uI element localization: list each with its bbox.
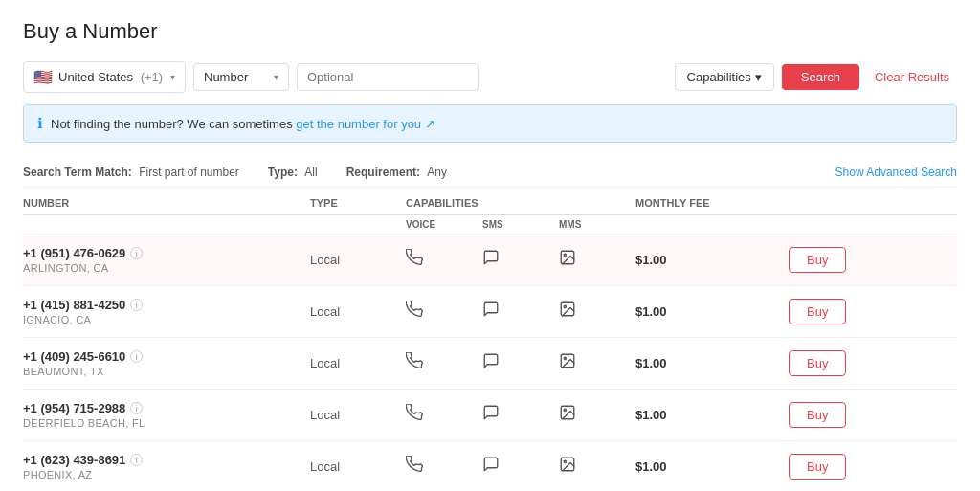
phone-number: +1 (951) 476-0629 xyxy=(23,246,125,260)
search-term-match: Search Term Match: First part of number xyxy=(23,166,239,179)
capabilities-col-header: CAPABILITIES xyxy=(406,197,635,209)
table-row: +1 (951) 476-0629 i ARLINGTON, CA Local … xyxy=(23,234,957,286)
table-row: +1 (415) 881-4250 i IGNACIO, CA Local $1… xyxy=(23,286,957,338)
buy-button[interactable]: Buy xyxy=(789,247,846,273)
table-row: +1 (623) 439-8691 i PHOENIX, AZ Local $1… xyxy=(23,441,957,491)
numbers-list: +1 (951) 476-0629 i ARLINGTON, CA Local … xyxy=(23,234,957,491)
location: DEERFIELD BEACH, FL xyxy=(23,417,310,429)
voice-cell xyxy=(406,404,482,426)
search-button[interactable]: Search xyxy=(782,64,859,90)
fee-cell: $1.00 xyxy=(635,459,789,474)
type-cell: Local xyxy=(310,253,406,267)
sms-sub-header: SMS xyxy=(482,219,559,230)
buy-button[interactable]: Buy xyxy=(789,454,846,480)
info-text: Not finding the number? We can sometimes… xyxy=(51,117,435,131)
buy-cell: Buy xyxy=(789,350,884,376)
table-header: NUMBER TYPE CAPABILITIES MONTHLY FEE xyxy=(23,191,957,215)
optional-input[interactable] xyxy=(297,63,479,91)
location: PHOENIX, AZ xyxy=(23,469,310,480)
location: BEAUMONT, TX xyxy=(23,366,310,377)
info-badge[interactable]: i xyxy=(130,350,143,363)
svg-point-7 xyxy=(564,409,566,411)
number-cell: +1 (951) 476-0629 i ARLINGTON, CA xyxy=(23,246,310,274)
voice-sub-header: VOICE xyxy=(406,219,482,230)
mms-sub-header: MMS xyxy=(559,219,635,230)
svg-point-9 xyxy=(564,460,566,462)
requirement-filter: Requirement: Any xyxy=(346,166,447,179)
sms-cell xyxy=(482,352,559,374)
sms-cell xyxy=(482,456,559,478)
location: IGNACIO, CA xyxy=(23,314,310,325)
svg-point-5 xyxy=(564,357,566,359)
voice-cell xyxy=(406,352,482,374)
number-cell: +1 (954) 715-2988 i DEERFIELD BEACH, FL xyxy=(23,401,310,429)
mms-cell xyxy=(559,352,635,374)
table-row: +1 (954) 715-2988 i DEERFIELD BEACH, FL … xyxy=(23,390,957,441)
fee-cell: $1.00 xyxy=(635,408,789,422)
capabilities-button[interactable]: Capabilities ▾ xyxy=(675,63,774,91)
fee-cell: $1.00 xyxy=(635,253,789,267)
location: ARLINGTON, CA xyxy=(23,262,310,274)
number-cell: +1 (623) 439-8691 i PHOENIX, AZ xyxy=(23,453,310,480)
sms-cell xyxy=(482,249,559,271)
type-cell: Local xyxy=(310,356,406,370)
phone-number: +1 (954) 715-2988 xyxy=(23,401,125,415)
advanced-search-link[interactable]: Show Advanced Search xyxy=(835,166,957,179)
search-bar: 🇺🇸 United States (+1) ▾ Number ▾ Capabil… xyxy=(23,61,957,93)
voice-cell xyxy=(406,249,482,271)
country-name: United States (+1) xyxy=(58,70,163,84)
voice-cell xyxy=(406,301,482,323)
buy-cell: Buy xyxy=(789,247,884,273)
buy-button[interactable]: Buy xyxy=(789,350,846,376)
buy-cell: Buy xyxy=(789,299,884,324)
mms-cell xyxy=(559,456,635,478)
info-badge[interactable]: i xyxy=(130,247,143,259)
fee-cell: $1.00 xyxy=(635,356,789,370)
svg-point-1 xyxy=(564,254,566,256)
number-col-header: NUMBER xyxy=(23,197,310,209)
fee-cell: $1.00 xyxy=(635,304,789,319)
info-banner: ℹ Not finding the number? We can sometim… xyxy=(23,104,957,143)
page-title: Buy a Number xyxy=(23,19,957,44)
sms-cell xyxy=(482,301,559,323)
mms-cell xyxy=(559,301,635,323)
type-filter: Type: All xyxy=(268,166,318,179)
page-container: Buy a Number 🇺🇸 United States (+1) ▾ Num… xyxy=(0,0,980,491)
type-cell: Local xyxy=(310,304,406,319)
info-icon: ℹ xyxy=(37,115,43,132)
get-number-link[interactable]: get the number for you ↗ xyxy=(296,117,434,131)
number-cell: +1 (409) 245-6610 i BEAUMONT, TX xyxy=(23,349,310,377)
chevron-down-icon: ▾ xyxy=(274,72,278,82)
buy-button[interactable]: Buy xyxy=(789,299,846,324)
info-badge[interactable]: i xyxy=(130,299,143,311)
chevron-down-icon: ▾ xyxy=(170,72,175,82)
fee-col-header: MONTHLY FEE xyxy=(635,197,789,209)
country-select[interactable]: 🇺🇸 United States (+1) ▾ xyxy=(23,61,186,93)
clear-results-button[interactable]: Clear Results xyxy=(867,64,957,90)
search-meta: Search Term Match: First part of number … xyxy=(23,158,957,188)
number-type-select[interactable]: Number ▾ xyxy=(193,63,289,91)
mms-cell xyxy=(559,404,635,426)
buy-cell: Buy xyxy=(789,454,884,480)
info-badge[interactable]: i xyxy=(130,454,143,466)
voice-cell xyxy=(406,456,482,478)
mms-cell xyxy=(559,249,635,271)
type-cell: Local xyxy=(310,408,406,422)
buy-cell: Buy xyxy=(789,402,884,428)
phone-number: +1 (623) 439-8691 xyxy=(23,453,125,467)
type-cell: Local xyxy=(310,459,406,474)
phone-number: +1 (409) 245-6610 xyxy=(23,349,125,364)
number-cell: +1 (415) 881-4250 i IGNACIO, CA xyxy=(23,298,310,325)
capabilities-sub-header: VOICE SMS MMS xyxy=(23,215,957,234)
chevron-down-icon: ▾ xyxy=(755,70,762,84)
phone-number: +1 (415) 881-4250 xyxy=(23,298,125,312)
table-row: +1 (409) 245-6610 i BEAUMONT, TX Local $… xyxy=(23,338,957,390)
buy-button[interactable]: Buy xyxy=(789,402,846,428)
svg-point-3 xyxy=(564,305,566,307)
number-type-label: Number xyxy=(204,70,248,84)
info-badge[interactable]: i xyxy=(130,402,143,414)
type-col-header: TYPE xyxy=(310,197,406,209)
country-flag: 🇺🇸 xyxy=(33,68,53,86)
sms-cell xyxy=(482,404,559,426)
